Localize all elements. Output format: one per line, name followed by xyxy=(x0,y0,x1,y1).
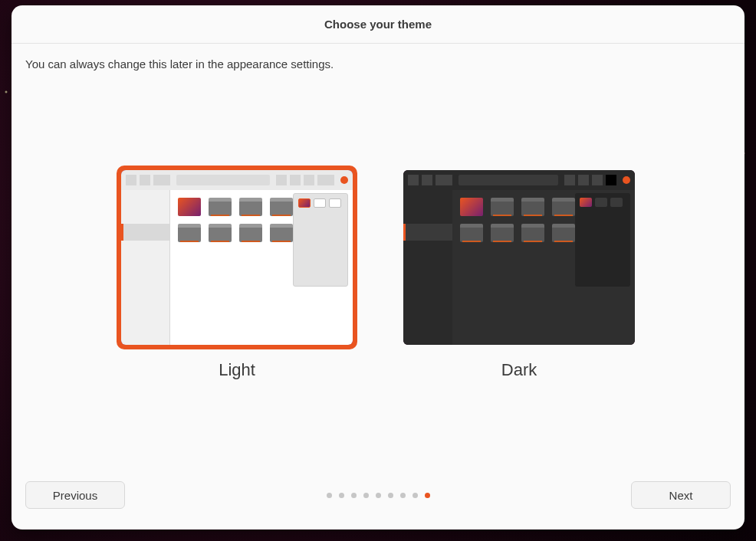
footer: Previous Next xyxy=(25,474,731,516)
folder-icon xyxy=(491,198,514,216)
next-button[interactable]: Next xyxy=(631,481,731,509)
decor-spacer xyxy=(459,175,558,185)
page-dot[interactable] xyxy=(351,493,357,498)
theme-label-dark: Dark xyxy=(501,360,537,380)
theme-preview-dark xyxy=(399,166,639,349)
decor-square-icon xyxy=(422,175,432,185)
theme-option-dark[interactable]: Dark xyxy=(399,166,639,380)
close-circle-icon xyxy=(340,176,348,184)
folder-icon xyxy=(521,198,544,216)
preview-file-grid xyxy=(170,190,353,345)
decor-square-icon xyxy=(606,175,616,185)
theme-label-light: Light xyxy=(219,360,255,380)
theme-preview-light xyxy=(117,166,357,349)
folder-icon xyxy=(178,224,201,242)
theme-option-light[interactable]: Light xyxy=(117,166,357,380)
decor-square-icon xyxy=(290,175,301,185)
decor-square-icon xyxy=(564,175,575,185)
folder-icon xyxy=(552,224,575,242)
page-indicator xyxy=(327,493,430,498)
decor-square-icon xyxy=(408,175,419,185)
preview-popover xyxy=(293,193,348,287)
swatch-icon xyxy=(298,198,311,208)
theme-preview-dark-inner xyxy=(403,170,635,345)
page-dot[interactable] xyxy=(400,493,406,498)
preview-sidebar-highlight xyxy=(121,224,169,241)
page-dot[interactable] xyxy=(413,493,418,498)
page-dot[interactable] xyxy=(376,493,381,498)
decor-square-icon xyxy=(126,175,136,185)
preview-sidebar-highlight xyxy=(403,224,452,241)
preview-topbar xyxy=(121,170,353,190)
decor-square-icon xyxy=(317,175,334,185)
preview-file-grid xyxy=(452,190,635,345)
folder-icon xyxy=(270,198,293,216)
folder-icon xyxy=(521,224,544,242)
folder-icon xyxy=(178,198,201,216)
subtitle-text: You can always change this later in the … xyxy=(25,57,731,70)
previous-button[interactable]: Previous xyxy=(25,481,125,509)
preview-sidebar xyxy=(121,190,170,345)
page-dot[interactable] xyxy=(339,493,344,498)
theme-choices: Light xyxy=(25,70,731,474)
decor-square-icon xyxy=(153,175,170,185)
preview-popover xyxy=(575,193,630,287)
swatch-icon xyxy=(610,198,623,207)
folder-icon xyxy=(552,198,575,216)
preview-topbar xyxy=(403,170,635,190)
swatch-icon xyxy=(329,198,341,208)
decor-square-icon xyxy=(436,175,452,185)
theme-preview-light-inner xyxy=(121,170,353,345)
decor-square-icon xyxy=(304,175,314,185)
page-dot[interactable] xyxy=(388,493,393,498)
decor-square-icon xyxy=(140,175,150,185)
page-dot[interactable] xyxy=(363,493,369,498)
decor-square-icon xyxy=(578,175,589,185)
decor-spacer xyxy=(176,175,270,185)
folder-icon xyxy=(209,224,232,242)
folder-icon xyxy=(239,198,262,216)
swatch-icon xyxy=(314,198,326,208)
folder-icon xyxy=(460,224,483,242)
preview-sidebar xyxy=(403,190,452,345)
folder-icon xyxy=(460,198,483,216)
folder-icon xyxy=(239,224,262,242)
folder-icon xyxy=(270,224,293,242)
page-dot[interactable] xyxy=(327,493,332,498)
decor-square-icon xyxy=(592,175,603,185)
titlebar: Choose your theme xyxy=(12,5,744,44)
close-circle-icon xyxy=(623,176,630,184)
swatch-icon xyxy=(580,198,592,207)
content-area: You can always change this later in the … xyxy=(12,44,744,530)
folder-icon xyxy=(209,198,232,216)
decor-square-icon xyxy=(276,175,287,185)
page-title: Choose your theme xyxy=(324,18,432,31)
installer-dialog: Choose your theme You can always change … xyxy=(12,5,744,530)
page-dot[interactable] xyxy=(425,493,430,498)
swatch-icon xyxy=(595,198,607,207)
folder-icon xyxy=(491,224,514,242)
